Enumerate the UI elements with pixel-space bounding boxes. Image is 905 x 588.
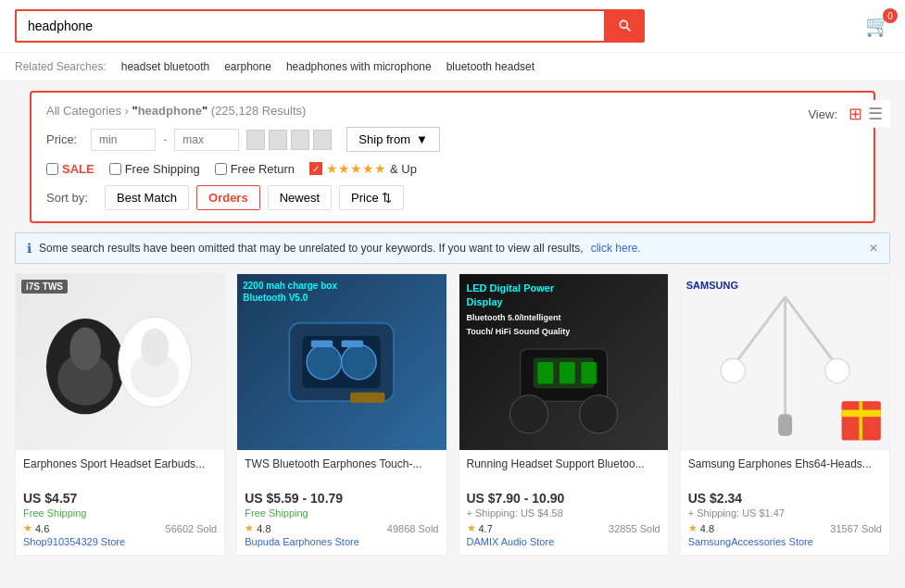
cart-badge: 0 xyxy=(883,8,898,23)
product-meta: ★ 4.8 49868 Sold xyxy=(245,522,438,534)
product-store[interactable]: SamsungAccessories Store xyxy=(688,536,882,547)
product-title: Running Headset Support Bluetoo... xyxy=(467,457,660,487)
product-shipping: + Shipping: US $4.58 xyxy=(467,507,660,519)
price-row: Price: - Ship from ▼ xyxy=(46,127,859,152)
svg-rect-16 xyxy=(559,362,574,383)
svg-rect-11 xyxy=(342,341,363,348)
svg-point-23 xyxy=(721,358,745,382)
cart-button[interactable]: 🛒 0 xyxy=(865,14,890,38)
product-card[interactable]: SAMSUNG Samsung Earphones Ehs64-Heads...… xyxy=(680,273,890,556)
product-title: TWS Bluetooth Earphones Touch-... xyxy=(245,457,438,487)
search-icon xyxy=(617,18,632,32)
free-return-label: Free Return xyxy=(231,162,295,176)
svg-rect-25 xyxy=(778,414,792,435)
price-separator: - xyxy=(163,132,167,146)
search-button[interactable] xyxy=(604,9,645,43)
related-link-bluetooth-headset[interactable]: bluetooth headset xyxy=(446,60,534,73)
price-min-input[interactable] xyxy=(91,129,156,151)
product-badge: LED Digital PowerDisplayBluetooth 5.0/In… xyxy=(467,281,571,339)
price-max-input[interactable] xyxy=(174,129,239,151)
rating-label: & Up xyxy=(390,162,417,176)
free-shipping-label: Free Shipping xyxy=(125,162,200,176)
breadcrumb: All Categories › "headphone" (225,128 Re… xyxy=(46,104,859,118)
sort-price[interactable]: Price ⇅ xyxy=(339,185,404,210)
free-shipping-checkbox[interactable]: Free Shipping xyxy=(109,162,200,176)
free-return-checkbox[interactable]: Free Return xyxy=(215,162,295,176)
product-card[interactable]: 2200 mah charge boxBluetooth V5.0 TWS Bl… xyxy=(236,273,446,556)
product-grid: i7S TWS Earphones Sport Headset Earbuds.… xyxy=(15,273,890,556)
view-controls: View: ⊞ ☰ xyxy=(800,100,890,128)
product-image-svg xyxy=(681,274,889,450)
related-link-earphone[interactable]: earphone xyxy=(224,60,271,73)
product-stars: ★ xyxy=(245,522,254,534)
grid-view-icon[interactable]: ⊞ xyxy=(848,104,862,124)
svg-rect-12 xyxy=(350,393,385,403)
product-image: i7S TWS xyxy=(16,274,224,450)
sale-checkbox-input[interactable] xyxy=(46,163,58,175)
rating-filter[interactable]: ★★★★★ & Up xyxy=(309,161,417,176)
product-image-svg xyxy=(16,274,224,450)
price-slider[interactable] xyxy=(246,130,332,150)
product-badge: 2200 mah charge boxBluetooth V5.0 xyxy=(243,280,337,304)
results-count: (225,128 Results) xyxy=(211,104,307,118)
ship-from-label: Ship from xyxy=(358,132,410,146)
info-bar: ℹ Some search results have been omitted … xyxy=(15,232,890,264)
sort-orders[interactable]: Orders xyxy=(196,185,260,210)
product-store[interactable]: Bupuda Earphones Store xyxy=(245,536,438,547)
related-link-headset-bluetooth[interactable]: headset bluetooth xyxy=(121,60,209,73)
svg-rect-17 xyxy=(581,362,597,383)
product-rating: ★ 4.7 xyxy=(467,522,493,534)
sale-label: SALE xyxy=(62,162,94,176)
product-sold: 32855 Sold xyxy=(609,523,660,534)
svg-point-2 xyxy=(69,327,101,370)
chevron-down-icon: ▼ xyxy=(416,132,428,146)
product-info: TWS Bluetooth Earphones Touch-... US $5.… xyxy=(237,450,446,555)
price-slider-segment[interactable] xyxy=(269,130,287,150)
product-rating-value: 4.6 xyxy=(35,523,49,534)
svg-point-9 xyxy=(342,344,377,380)
list-view-icon[interactable]: ☰ xyxy=(868,104,883,124)
search-input[interactable] xyxy=(15,9,604,43)
product-card[interactable]: i7S TWS Earphones Sport Headset Earbuds.… xyxy=(15,273,225,556)
product-card[interactable]: LED Digital PowerDisplayBluetooth 5.0/In… xyxy=(459,273,669,556)
svg-line-21 xyxy=(785,297,836,367)
free-return-input[interactable] xyxy=(215,163,227,175)
related-label: Related Searches: xyxy=(15,60,107,73)
price-slider-segment[interactable] xyxy=(291,130,309,150)
filter-box: All Categories › "headphone" (225,128 Re… xyxy=(30,91,875,223)
product-info: Samsung Earphones Ehs64-Heads... US $2.3… xyxy=(681,450,889,555)
product-price: US $2.34 xyxy=(688,491,882,506)
svg-rect-10 xyxy=(311,341,333,348)
product-image: LED Digital PowerDisplayBluetooth 5.0/In… xyxy=(459,274,668,450)
product-sold: 31567 Sold xyxy=(830,523,882,534)
product-price: US $4.57 xyxy=(23,491,217,506)
rating-checkbox[interactable] xyxy=(309,162,322,175)
related-searches: Related Searches: headset bluetooth earp… xyxy=(0,53,905,81)
sale-checkbox[interactable]: SALE xyxy=(46,162,94,176)
header: 🛒 0 xyxy=(0,0,905,53)
sort-newest[interactable]: Newest xyxy=(268,185,332,210)
product-image: 2200 mah charge boxBluetooth V5.0 xyxy=(237,274,446,450)
product-store[interactable]: Shop910354329 Store xyxy=(23,536,217,547)
sort-row: Sort by: Best Match Orders Newest Price … xyxy=(46,185,859,210)
price-slider-segment[interactable] xyxy=(313,130,332,150)
product-info: Running Headset Support Bluetoo... US $7… xyxy=(459,450,668,555)
ship-from-button[interactable]: Ship from ▼ xyxy=(346,127,440,152)
related-link-headphones-mic[interactable]: headphones with microphone xyxy=(286,60,432,73)
product-info: Earphones Sport Headset Earbuds... US $4… xyxy=(16,450,224,555)
product-shipping: Free Shipping xyxy=(23,507,217,519)
price-slider-segment[interactable] xyxy=(246,130,265,150)
product-meta: ★ 4.8 31567 Sold xyxy=(688,522,882,534)
info-link[interactable]: click here. xyxy=(591,242,641,255)
product-rating-value: 4.8 xyxy=(257,523,270,534)
checkbox-row: SALE Free Shipping Free Return ★★★★★ & U… xyxy=(46,161,859,176)
free-shipping-input[interactable] xyxy=(109,163,121,175)
product-badge: i7S TWS xyxy=(21,280,68,294)
sort-best-match[interactable]: Best Match xyxy=(105,185,189,210)
rating-stars: ★★★★★ xyxy=(326,161,386,176)
search-bar xyxy=(15,9,645,43)
product-price: US $5.59 - 10.79 xyxy=(245,491,438,506)
product-store[interactable]: DAMIX Audio Store xyxy=(467,536,660,547)
product-image: SAMSUNG xyxy=(681,274,889,450)
info-close-button[interactable]: ✕ xyxy=(869,242,878,255)
